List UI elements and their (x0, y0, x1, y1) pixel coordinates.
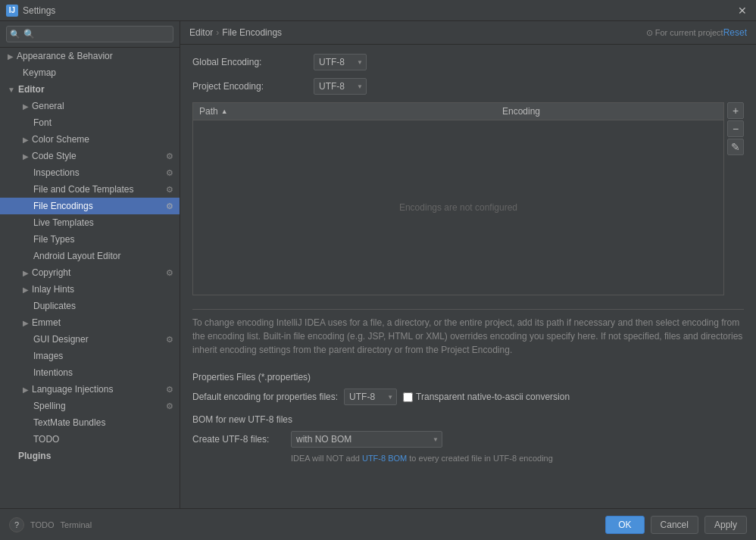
reset-button[interactable]: Reset (723, 27, 747, 38)
sidebar-item-label: Emmet (32, 317, 61, 328)
transparent-conversion-checkbox[interactable] (403, 392, 413, 402)
sidebar-item-live-templates[interactable]: Live Templates (0, 214, 180, 231)
sidebar-item-editor[interactable]: ▼ Editor (0, 81, 180, 98)
close-button[interactable]: ✕ (735, 3, 750, 18)
global-encoding-select[interactable]: UTF-8 (314, 54, 367, 70)
project-encoding-label: Project Encoding: (192, 81, 314, 92)
sidebar-item-images[interactable]: Images (0, 348, 180, 364)
encoding-header-label: Encoding (502, 106, 540, 117)
project-encoding-select[interactable]: UTF-8 (314, 78, 367, 95)
sidebar-item-emmet[interactable]: ▶ Emmet (0, 314, 180, 331)
edit-path-button[interactable]: ✎ (727, 139, 744, 155)
arrow-icon: ▼ (8, 86, 15, 94)
content-panel: Editor › File Encodings ⊙ For current pr… (180, 21, 756, 508)
help-button[interactable]: ? (9, 517, 24, 532)
sidebar-item-label: Images (23, 351, 63, 361)
content-header: Editor › File Encodings ⊙ For current pr… (180, 21, 756, 45)
sidebar-item-label: Language Injections (32, 384, 113, 395)
sidebar-item-label: GUI Designer (23, 334, 89, 345)
search-icon: 🔍 (10, 30, 20, 39)
sidebar-item-android-layout[interactable]: Android Layout Editor (0, 248, 180, 264)
add-path-button[interactable]: + (727, 102, 744, 119)
path-column-header[interactable]: Path ▲ (193, 103, 496, 120)
transparent-conversion-wrap: Transparent native-to-ascii conversion (403, 392, 570, 402)
arrow-icon: ▶ (23, 319, 29, 327)
apply-button[interactable]: Apply (704, 516, 747, 534)
encoding-column-header[interactable]: Encoding (496, 103, 723, 120)
sidebar-item-label: Live Templates (23, 217, 94, 228)
terminal-tab[interactable]: Terminal (61, 520, 92, 529)
sidebar-item-spelling[interactable]: Spelling ⚙ (0, 398, 180, 414)
sidebar-item-language-injections[interactable]: ▶ Language Injections ⚙ (0, 381, 180, 398)
empty-message: Encodings are not configured (399, 202, 517, 213)
create-utf8-label: Create UTF-8 files: (192, 434, 291, 445)
sidebar-item-label: File Types (23, 234, 74, 245)
sidebar-item-font[interactable]: Font (0, 114, 180, 131)
bottom-bar: ? TODO Terminal OK Cancel Apply (0, 508, 756, 540)
remove-path-button[interactable]: − (727, 120, 744, 137)
sidebar-item-label: Spelling (23, 401, 66, 411)
search-input[interactable] (6, 26, 173, 42)
sidebar-item-duplicates[interactable]: Duplicates (0, 298, 180, 314)
bom-select[interactable]: with NO BOM (291, 431, 442, 448)
sidebar-item-inspections[interactable]: Inspections ⚙ (0, 164, 180, 181)
description-text: To change encoding IntelliJ IDEA uses fo… (192, 309, 744, 363)
bom-note-prefix: IDEA will NOT add (291, 454, 362, 463)
bom-note-link[interactable]: UTF-8 BOM (362, 454, 407, 463)
sidebar-item-keymap[interactable]: Keymap (0, 64, 180, 81)
settings-icon: ⚙ (166, 151, 173, 161)
content-body: Global Encoding: UTF-8 Project Encoding:… (180, 45, 756, 508)
sidebar-item-label: Inlay Hints (32, 284, 74, 295)
arrow-icon: ▶ (23, 102, 29, 111)
sidebar-item-label: TextMate Bundles (23, 417, 105, 428)
breadcrumb-current: File Encodings (222, 27, 282, 38)
properties-section-heading: Properties Files (*.properties) (192, 372, 744, 382)
global-encoding-select-wrap: UTF-8 (314, 54, 367, 70)
sidebar-item-file-types[interactable]: File Types (0, 231, 180, 248)
settings-icon: ⚙ (166, 168, 173, 178)
sidebar-item-todo[interactable]: TODO (0, 431, 180, 448)
properties-encoding-select[interactable]: UTF-8 (344, 389, 397, 405)
ok-button[interactable]: OK (605, 516, 644, 534)
sidebar-item-appearance[interactable]: ▶ Appearance & Behavior (0, 48, 180, 64)
arrow-icon: ▶ (23, 385, 29, 394)
breadcrumb-parent: Editor (189, 27, 213, 38)
app-icon: IJ (6, 5, 18, 17)
todo-tab[interactable]: TODO (30, 520, 55, 529)
sidebar-item-color-scheme[interactable]: ▶ Color Scheme (0, 131, 180, 148)
settings-icon: ⚙ (166, 335, 173, 345)
sidebar-item-plugins[interactable]: Plugins (0, 448, 180, 464)
sidebar-item-textmate[interactable]: TextMate Bundles (0, 414, 180, 431)
sidebar-item-code-style[interactable]: ▶ Code Style ⚙ (0, 148, 180, 164)
table-side-buttons: + − ✎ (727, 102, 744, 155)
sort-arrow-icon: ▲ (221, 108, 228, 115)
cancel-button[interactable]: Cancel (651, 516, 698, 534)
sidebar-item-label: Color Scheme (32, 134, 89, 145)
transparent-conversion-label[interactable]: Transparent native-to-ascii conversion (416, 392, 570, 402)
sidebar-item-gui-designer[interactable]: GUI Designer ⚙ (0, 331, 180, 348)
sidebar-item-label: Plugins (8, 451, 51, 461)
bom-note-suffix: to every created file in UTF-8 encoding (407, 454, 553, 463)
settings-icon: ⚙ (166, 268, 173, 278)
global-encoding-label: Global Encoding: (192, 57, 314, 67)
path-encoding-table-container: Path ▲ Encoding Encodings are not config… (192, 102, 724, 303)
path-encoding-table-wrap: Path ▲ Encoding Encodings are not config… (192, 102, 744, 303)
sidebar-item-inlay-hints[interactable]: ▶ Inlay Hints (0, 281, 180, 298)
breadcrumb: Editor › File Encodings (189, 27, 631, 38)
title-bar: IJ Settings ✕ (0, 0, 756, 21)
arrow-icon: ▶ (23, 269, 29, 277)
bom-select-wrap: with NO BOM (291, 431, 442, 448)
sidebar-item-general[interactable]: ▶ General (0, 98, 180, 114)
arrow-icon: ▶ (8, 52, 14, 61)
bom-note: IDEA will NOT add UTF-8 BOM to every cre… (291, 454, 744, 463)
sidebar-search-container: 🔍 (0, 21, 180, 48)
arrow-icon: ▶ (23, 152, 29, 161)
sidebar-item-intentions[interactable]: Intentions (0, 364, 180, 381)
sidebar-item-label: TODO (23, 434, 59, 445)
properties-encoding-row: Default encoding for properties files: U… (192, 389, 744, 405)
sidebar-item-copyright[interactable]: ▶ Copyright ⚙ (0, 264, 180, 281)
sidebar-item-file-encodings[interactable]: File Encodings ⚙ (0, 198, 180, 214)
sidebar-item-label: General (32, 101, 64, 111)
table-empty-state: Encodings are not configured (193, 120, 723, 295)
sidebar-item-file-code-templates[interactable]: File and Code Templates ⚙ (0, 181, 180, 198)
